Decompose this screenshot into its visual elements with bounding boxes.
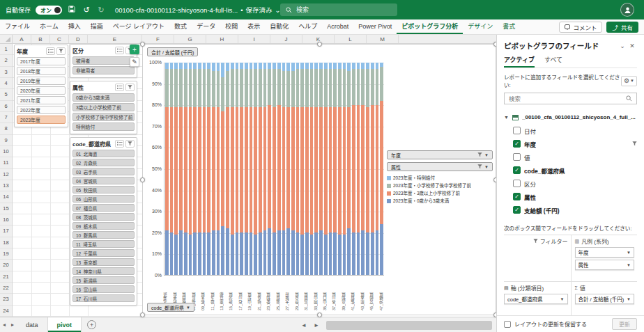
pane-options-icon[interactable]: ⌄ — [618, 42, 627, 49]
column-header[interactable]: B — [31, 35, 50, 43]
ribbon-tab[interactable]: ページ レイアウト — [108, 19, 169, 34]
clear-filter-icon[interactable] — [125, 84, 135, 91]
slicer-item[interactable]: 2019年度 — [17, 77, 66, 85]
field-row[interactable]: 値 — [504, 150, 637, 164]
area-field-pill[interactable]: 合計 / 支給額 (千円)▼ — [575, 294, 635, 304]
chart-value-field-button[interactable]: 合計 / 支給額 (千円) — [147, 47, 198, 56]
row-header[interactable]: 14 — [0, 191, 12, 203]
ribbon-tab[interactable]: データ — [192, 19, 220, 34]
row-header[interactable]: 3 — [0, 67, 12, 78]
multiselect-icon[interactable] — [115, 140, 124, 148]
fields-search-box[interactable] — [504, 93, 637, 104]
slicer-item[interactable]: 小学校修了後中学校修了前 — [72, 113, 135, 121]
ribbon-tab[interactable]: ヘルプ — [293, 19, 322, 34]
slicer-item[interactable]: 01_北海道 — [72, 150, 135, 157]
ribbon-tab[interactable]: ホーム — [35, 19, 63, 34]
sheet-nav-right-icon[interactable]: ▸ — [8, 322, 17, 328]
row-header[interactable]: 8 — [0, 123, 12, 134]
row-header[interactable]: 9 — [0, 135, 12, 146]
ribbon-tab[interactable]: 表示 — [243, 19, 265, 34]
slicer-item[interactable]: 04_宮城県 — [72, 177, 135, 184]
area-legend-series[interactable]: ▥ 凡例 (系列) 年度▼属性▼ — [571, 235, 638, 281]
slicer-item[interactable]: 03_岩手県 — [72, 168, 135, 175]
slicer-item[interactable]: 07_福島県 — [72, 204, 135, 212]
slicer-item[interactable]: 非被用者 — [72, 66, 135, 74]
column-header[interactable]: F — [142, 35, 174, 43]
row-header[interactable]: 12 — [0, 169, 12, 180]
row-header[interactable]: 24 — [0, 306, 12, 317]
selection-handle[interactable] — [140, 313, 145, 317]
column-header[interactable]: C — [50, 35, 69, 43]
area-filters[interactable]: フィルター — [504, 235, 571, 281]
scrollbar-thumb[interactable] — [326, 321, 492, 330]
slicer-item[interactable]: 05_秋田県 — [72, 186, 135, 193]
slicer-item[interactable]: 10_群馬県 — [72, 231, 135, 239]
edit-pencil-button[interactable]: ✎ — [130, 57, 139, 67]
ribbon-tab[interactable]: 書式 — [498, 19, 520, 34]
slicer-item[interactable]: 0歳から3歳未満 — [72, 93, 135, 102]
field-row[interactable]: ✓支給額 (千円) — [504, 203, 637, 216]
chart-legend-field-button-year[interactable]: 年度 ▼ — [387, 150, 493, 159]
field-checkbox[interactable]: ✓ — [513, 193, 521, 200]
field-row[interactable]: 区分 — [504, 177, 637, 190]
selection-handle[interactable] — [140, 42, 145, 47]
field-checkbox[interactable] — [513, 127, 521, 134]
slicer-item[interactable]: 16_富山県 — [72, 285, 135, 293]
row-header[interactable]: 5 — [0, 89, 12, 100]
slicer-item[interactable]: 2021年度 — [17, 96, 66, 104]
slicer-item[interactable]: 06_山形県 — [72, 195, 135, 203]
redo-icon[interactable]: ↻ — [96, 1, 106, 19]
ribbon-tab[interactable]: Acrobat — [322, 19, 353, 34]
tab-active[interactable]: アクティブ — [504, 55, 535, 68]
scroll-right-icon[interactable]: ► — [311, 322, 322, 329]
column-header[interactable]: E — [88, 35, 142, 43]
row-header[interactable]: 6 — [0, 101, 12, 112]
tools-gear-button[interactable]: ⚙ ▼ — [621, 76, 637, 86]
slicer-item[interactable]: 2022年度 — [17, 106, 66, 114]
ribbon-tab[interactable]: 校閲 — [220, 19, 243, 34]
ribbon-tab[interactable]: 数式 — [169, 19, 192, 34]
multiselect-icon[interactable] — [115, 84, 124, 91]
field-checkbox[interactable] — [513, 153, 521, 161]
ribbon-tab[interactable]: デザイン — [463, 19, 498, 34]
add-button[interactable]: + — [130, 45, 139, 54]
slicer-item[interactable]: 12_千葉県 — [72, 249, 135, 257]
document-title[interactable]: 00100-cfa-00100112-shicyoson-4-full-lis.… — [115, 5, 281, 15]
update-button[interactable]: 更新 — [612, 318, 637, 330]
slicer-year[interactable]: 年度 2017年度2018年度2019年度2020年度2021年度2022年度2… — [14, 45, 68, 127]
slicer-item[interactable]: 被用者 — [72, 56, 135, 65]
slicer-item[interactable]: 09_栃木県 — [72, 222, 135, 230]
field-row[interactable]: ✓年度 — [504, 137, 637, 150]
close-icon[interactable]: ✕ — [627, 42, 637, 49]
field-table-row[interactable]: ▼_00100_cfa_00100112_shicyoson_4_full_..… — [504, 111, 637, 124]
scroll-left-icon[interactable]: ◄ — [298, 322, 309, 329]
expand-caret-icon[interactable]: ▼ — [504, 115, 509, 120]
slicer-item[interactable]: 特例給付 — [72, 122, 135, 131]
row-header[interactable]: 15 — [0, 203, 12, 214]
slicer-item[interactable]: 08_茨城県 — [72, 213, 135, 221]
row-header[interactable]: 19 — [0, 248, 12, 260]
slicer-item[interactable]: 2017年度 — [17, 57, 66, 65]
row-header[interactable]: 22 — [0, 283, 12, 294]
multiselect-icon[interactable] — [115, 47, 124, 54]
sheet-tab-pivot[interactable]: pivot — [48, 317, 82, 332]
column-header[interactable]: D — [69, 35, 88, 43]
slicer-item[interactable]: 15_新潟県 — [72, 276, 135, 284]
field-checkbox[interactable]: ✓ — [513, 206, 521, 214]
tab-all[interactable]: すべて — [544, 55, 562, 68]
autosave-toggle[interactable]: オン — [36, 6, 62, 15]
column-header[interactable]: H — [206, 35, 238, 43]
ribbon-tab[interactable]: 挿入 — [63, 19, 86, 34]
select-all-corner[interactable] — [0, 35, 13, 43]
slicer-category[interactable]: 区分 被用者非被用者 — [70, 44, 137, 78]
sheet-nav-left-icon[interactable]: ◂ — [0, 322, 8, 328]
fields-search-input[interactable] — [509, 95, 623, 102]
multiselect-icon[interactable] — [46, 47, 55, 55]
row-header[interactable]: 1 — [0, 44, 12, 55]
selection-handle[interactable] — [140, 177, 145, 182]
column-header[interactable]: M — [367, 35, 399, 43]
field-row[interactable]: ✓code_都道府県 — [504, 164, 637, 177]
avatar[interactable] — [620, 3, 634, 17]
row-header[interactable]: 10 — [0, 146, 12, 157]
field-row[interactable]: ✓属性 — [504, 190, 637, 203]
